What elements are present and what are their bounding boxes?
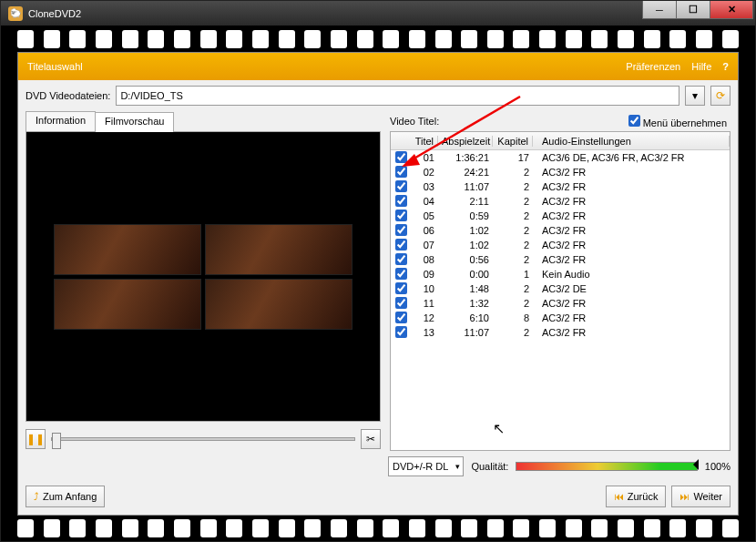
cell-titel: 01 (411, 152, 438, 163)
row-checkbox[interactable] (395, 282, 407, 294)
table-row[interactable]: 071:022AC3/2 FR (391, 238, 730, 252)
cell-kapitel: 2 (493, 298, 533, 309)
minimize-button[interactable]: ─ (642, 1, 677, 19)
col-kapitel[interactable]: Kapitel (493, 136, 533, 147)
row-checkbox[interactable] (395, 210, 407, 221)
row-checkbox[interactable] (395, 312, 407, 323)
cell-time: 24:21 (438, 167, 493, 178)
cell-time: 11:07 (438, 181, 493, 192)
media-select[interactable]: DVD+/-R DL (388, 456, 464, 476)
path-input[interactable] (116, 86, 679, 106)
cell-titel: 10 (411, 283, 438, 294)
table-row[interactable]: 1311:072AC3/2 FR (391, 325, 730, 340)
cell-kapitel: 1 (493, 269, 533, 280)
filmstrip-bottom (1, 516, 755, 541)
section-header: Titelauswahl Präferenzen Hilfe ? (18, 53, 738, 80)
row-checkbox[interactable] (395, 166, 407, 178)
quality-percent: 100% (705, 461, 730, 472)
path-dropdown-button[interactable]: ▾ (685, 86, 705, 106)
cell-titel: 09 (411, 269, 438, 280)
cell-kapitel: 2 (493, 327, 533, 338)
quality-label: Qualität: (471, 461, 508, 472)
menu-checkbox[interactable]: Menü übernehmen (628, 115, 727, 128)
cursor-icon: ↖ (493, 420, 505, 437)
cell-titel: 08 (411, 254, 438, 265)
thumbnail (205, 279, 352, 330)
row-checkbox[interactable] (395, 180, 407, 192)
table-row[interactable]: 0311:072AC3/2 FR (391, 179, 730, 194)
preview-scrubber[interactable] (51, 437, 355, 441)
cell-audio: AC3/2 FR (533, 327, 730, 338)
cell-time: 1:02 (438, 240, 493, 251)
cell-titel: 07 (411, 240, 438, 251)
cell-time: 1:36:21 (438, 152, 493, 163)
cell-kapitel: 2 (493, 240, 533, 251)
row-checkbox[interactable] (395, 195, 407, 207)
cell-audio: AC3/2 FR (533, 167, 730, 178)
cell-titel: 05 (411, 210, 438, 221)
cell-time: 0:56 (438, 254, 493, 265)
scissors-button[interactable]: ✂ (361, 429, 381, 449)
video-preview (26, 131, 381, 422)
col-abspielzeit[interactable]: Abspielzeit (438, 136, 493, 147)
next-button[interactable]: ⏭Weiter (671, 486, 730, 507)
table-row[interactable]: 126:108AC3/2 FR (391, 311, 730, 325)
table-row[interactable]: 111:322AC3/2 FR (391, 296, 730, 311)
prefs-link[interactable]: Präferenzen (626, 61, 680, 72)
help-link[interactable]: Hilfe (691, 61, 711, 72)
row-checkbox[interactable] (395, 326, 407, 338)
row-checkbox[interactable] (395, 297, 407, 309)
cell-audio: AC3/2 FR (533, 298, 730, 309)
app-icon: 🐑 (8, 6, 23, 21)
cell-kapitel: 17 (493, 152, 533, 163)
cell-titel: 04 (411, 196, 438, 207)
thumbnail (54, 279, 201, 330)
col-audio[interactable]: Audio-Einstellungen (533, 136, 730, 147)
cell-time: 1:48 (438, 283, 493, 294)
cell-kapitel: 2 (493, 283, 533, 294)
cell-audio: AC3/2 FR (533, 196, 730, 207)
refresh-button[interactable]: ⟳ (710, 86, 730, 106)
table-row[interactable]: 050:592AC3/2 FR (391, 209, 730, 223)
row-checkbox[interactable] (395, 224, 407, 236)
cell-titel: 12 (411, 312, 438, 323)
cell-titel: 06 (411, 225, 438, 236)
cell-time: 0:00 (438, 269, 493, 280)
cell-kapitel: 2 (493, 196, 533, 207)
col-titel[interactable]: Titel (411, 136, 438, 147)
cell-titel: 11 (411, 298, 438, 309)
table-row[interactable]: 080:562AC3/2 FR (391, 252, 730, 267)
table-row[interactable]: 090:001Kein Audio (391, 267, 730, 281)
path-label: DVD Videodateien: (26, 90, 110, 101)
cell-audio: AC3/2 FR (533, 312, 730, 323)
tab-preview[interactable]: Filmvorschau (95, 112, 174, 132)
cell-time: 11:07 (438, 327, 493, 338)
table-row[interactable]: 011:36:2117AC3/6 DE, AC3/6 FR, AC3/2 FR (391, 150, 730, 165)
cell-audio: AC3/2 DE (533, 283, 730, 294)
thumbnail (205, 224, 352, 275)
titlebar: 🐑 CloneDVD2 ─ ☐ ✕ (1, 1, 755, 26)
table-row[interactable]: 0224:212AC3/2 FR (391, 165, 730, 179)
cell-time: 1:02 (438, 225, 493, 236)
close-button[interactable]: ✕ (710, 1, 753, 19)
cell-titel: 02 (411, 167, 438, 178)
cell-audio: AC3/6 DE, AC3/6 FR, AC3/2 FR (533, 152, 730, 163)
table-row[interactable]: 061:022AC3/2 FR (391, 223, 730, 238)
filmstrip-top (1, 26, 755, 52)
help-icon[interactable]: ? (722, 61, 729, 72)
table-row[interactable]: 101:482AC3/2 DE (391, 281, 730, 296)
start-button[interactable]: ⤴Zum Anfang (26, 486, 105, 507)
cell-time: 6:10 (438, 312, 493, 323)
row-checkbox[interactable] (395, 151, 407, 163)
pause-button[interactable]: ❚❚ (26, 429, 46, 449)
row-checkbox[interactable] (395, 239, 407, 251)
table-row[interactable]: 042:112AC3/2 FR (391, 194, 730, 209)
row-checkbox[interactable] (395, 253, 407, 265)
back-button[interactable]: ⏮Zurück (606, 486, 667, 507)
maximize-button[interactable]: ☐ (676, 1, 710, 19)
tab-information[interactable]: Information (26, 111, 96, 131)
thumbnail (54, 224, 201, 275)
cell-titel: 13 (411, 327, 438, 338)
quality-bar (516, 462, 697, 471)
row-checkbox[interactable] (395, 268, 407, 280)
